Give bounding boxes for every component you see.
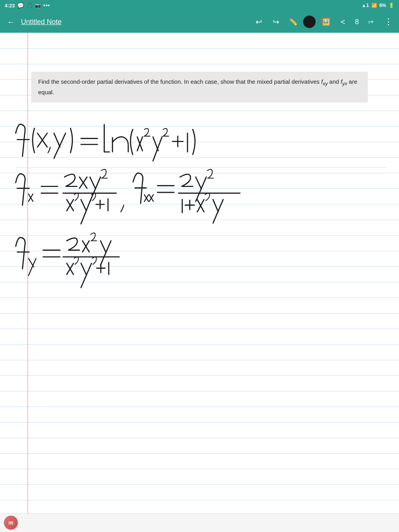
page-number: 8 (353, 18, 361, 26)
question-box: Find the second-order partial derivative… (31, 72, 368, 102)
undo-button[interactable]: ↩ (252, 15, 266, 29)
time-display: 4:23 (5, 3, 15, 9)
note-title[interactable]: Untitled Note (21, 18, 249, 26)
toolbar: ← Untitled Note ↩ ↪ ✏️ 🖼️ < 8 ›+ ⋮ (0, 11, 399, 33)
prev-page-button[interactable]: < (336, 15, 350, 29)
back-icon: ← (7, 18, 15, 26)
more-icon: ⋮ (384, 17, 392, 27)
image-button[interactable]: 🖼️ (319, 15, 333, 29)
question-text: Find the second-order partial derivative… (38, 78, 357, 95)
lined-paper (0, 33, 399, 513)
music-icon: 🎵 (26, 2, 33, 9)
add-page-button[interactable]: ›+ (364, 15, 378, 29)
status-bar: 4:23 💬 🎵 📷 ••• ▲1 📶 6% 🔋 (0, 0, 399, 11)
messaging-icon: 💬 (17, 2, 24, 9)
avatar-initials: m (9, 520, 13, 526)
add-page-icon: ›+ (368, 18, 374, 25)
note-area[interactable]: Find the second-order partial derivative… (0, 33, 399, 513)
signal-icon: ▲1 (362, 3, 369, 8)
redo-button[interactable]: ↪ (269, 15, 283, 29)
prev-icon: < (341, 18, 345, 26)
wifi-icon: 📶 (371, 3, 377, 8)
back-button[interactable]: ← (4, 15, 18, 29)
more-button[interactable]: ⋮ (381, 15, 395, 29)
dots-icon: ••• (43, 2, 50, 9)
battery-icon: 🔋 (388, 3, 394, 8)
bottom-bar: m (0, 513, 399, 532)
undo-icon: ↩ (256, 17, 262, 26)
image-icon: 🖼️ (321, 18, 330, 26)
pen-icon: ✏️ (289, 18, 297, 26)
screenshot-icon: 📷 (35, 3, 41, 8)
status-right: ▲1 📶 6% 🔋 (362, 3, 394, 8)
pen-button[interactable]: ✏️ (286, 15, 300, 29)
avatar[interactable]: m (4, 516, 18, 530)
redo-icon: ↪ (273, 17, 279, 26)
battery-display: 6% (380, 3, 386, 8)
status-left: 4:23 💬 🎵 📷 ••• (5, 2, 50, 9)
color-selector[interactable] (303, 16, 316, 28)
